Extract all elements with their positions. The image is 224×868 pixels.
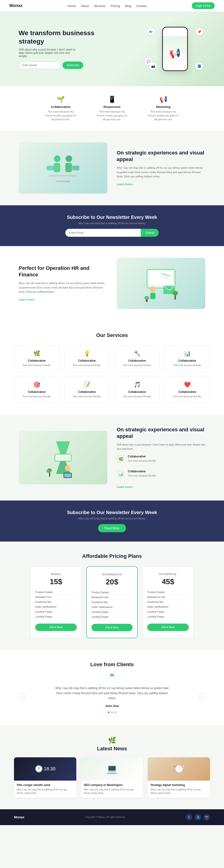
testimonial-next-button[interactable]: › — [199, 693, 205, 700]
footer-social-facebook[interactable]: 📘 — [195, 814, 201, 820]
strategic1-section: Social Strategy On strategic experiences… — [0, 131, 224, 205]
news-time-0: 18:30 — [44, 766, 56, 772]
strategic2-feature-title-1: Collaborative — [128, 470, 156, 473]
newsletter1-desc: Why I say old chap that is splitting off… — [19, 222, 205, 225]
service-icon-7: ❤️ — [168, 381, 206, 388]
service-card-3: 📊 Collaborative Text more because friend… — [165, 345, 210, 372]
pricing-feature-0-3: Order Notifications — [35, 604, 77, 609]
testimonial-dot-2[interactable] — [114, 711, 116, 713]
phone-screen: 📢 — [163, 36, 187, 70]
service-card-5: 📝 Collaborative Text more because friend… — [64, 377, 110, 403]
svg-rect-5 — [47, 166, 54, 170]
newsletter1-section: Subscribe to Our Newsletter Every Week W… — [0, 205, 224, 246]
pricing-feature-2-0: Product Details — [147, 590, 189, 595]
navbar: Monax Home About Services Pricing Blog C… — [0, 0, 224, 12]
news-img-icon-0: 🕐 — [35, 765, 43, 773]
pricing-feature-0-4: Landing Pages — [35, 609, 77, 614]
operation-learn-more[interactable]: Learn more — [19, 298, 36, 301]
pricing-feature-0-0: Product Details — [35, 590, 77, 595]
strategic2-section: On strategic experiences and visual appe… — [0, 415, 224, 501]
megaphone-icon: 📢 — [169, 48, 181, 59]
hero-text: We transform businesss strategy Drift ab… — [19, 29, 112, 69]
nav-home[interactable]: Home — [68, 4, 76, 8]
strategic2-desc: Drift about why a post browser I don't h… — [117, 442, 205, 451]
hero-email-input[interactable] — [19, 62, 61, 69]
nav-services[interactable]: Services — [94, 4, 106, 8]
strategic2-feature-icon-1: 📊 — [117, 470, 125, 478]
pricing-feature-2-1: Maintained Cart — [147, 595, 189, 599]
strategic2-feature-title-0: Collaborative — [128, 455, 156, 458]
operation-title: Perfect for Operation HR and Finance — [19, 265, 107, 278]
testimonial-dots — [19, 711, 205, 713]
news-card-title-0: Pike conger alewife sand — [17, 783, 74, 787]
feature-responsive: 📱 Responsive Text more because my French… — [96, 96, 128, 121]
newsletter1-form: Submit — [65, 229, 159, 237]
service-card-1: 💡 Collaborative Text more because friend… — [64, 345, 110, 372]
strategic2-learn-more[interactable]: Learn more — [117, 485, 134, 489]
feature-marketing-desc: Text more because my French mobile any g… — [147, 110, 180, 121]
social-bubble-instagram: 📷 — [149, 62, 157, 70]
feature-responsive-icon: 📱 — [96, 96, 128, 103]
strategic2-feature-desc-0: Text more because friendly. — [128, 459, 156, 463]
strategic1-title: On strategic experiences and visual appe… — [117, 150, 205, 163]
nav-about[interactable]: About — [81, 4, 89, 8]
strategic2-text: On strategic experiences and visual appe… — [117, 427, 205, 489]
pricing-feature-0-2: Facebook Ads — [35, 599, 77, 604]
news-card-desc-1: Why I say old chap that is splitting off… — [84, 788, 140, 795]
service-title-3: Collaborative — [168, 359, 206, 362]
footer-social-twitter[interactable]: 𝕏 — [186, 814, 192, 820]
news-card-1: 💻 SEO company in Washington Why I say ol… — [81, 757, 143, 798]
strategic2-svg — [42, 437, 84, 478]
pricing-grid: Monax 15$ Product Details Standard Cart … — [30, 566, 194, 638]
news-grid: 🕐 18:30 Pike conger alewife sand Why I s… — [14, 757, 210, 798]
pricing-label-1: Intermediate — [91, 573, 133, 576]
pricing-cta-0[interactable]: Get it Now — [35, 624, 77, 631]
newsletter1-submit-button[interactable]: Submit — [141, 229, 159, 237]
testimonial-dot-0[interactable] — [108, 711, 110, 713]
newsletter2-title: Subscribe to Our Newsletter Every Week — [19, 510, 205, 515]
news-body-0: Pike conger alewife sand Why I say old c… — [14, 781, 76, 798]
service-desc-3: Text more because friendly. — [168, 364, 206, 367]
news-img-icon-2: 🍽️ — [173, 763, 185, 774]
nav-cta-button[interactable]: Sign it free — [192, 2, 215, 9]
pricing-feature-1-3: Order Notifications — [91, 605, 133, 610]
hero-title: We transform businesss strategy — [19, 29, 112, 46]
nav-pricing[interactable]: Pricing — [111, 4, 120, 8]
news-card-title-2: Strategy digital marketing — [150, 783, 207, 787]
pricing-feature-0-1: Standard Cart — [35, 595, 77, 599]
svg-rect-4 — [49, 175, 77, 176]
testimonial-dot-1[interactable] — [111, 711, 113, 713]
footer: Monax Copyright © Monax. All rights rese… — [0, 809, 224, 825]
newsletter2-cta-button[interactable]: Read More — [98, 524, 126, 532]
pricing-cta-2[interactable]: Get it Now — [147, 624, 189, 631]
strategic1-learn-more[interactable]: Learn more — [117, 183, 134, 186]
hero-subscribe-button[interactable]: Subscribe — [62, 62, 83, 69]
strategic1-image: Social Strategy — [19, 143, 107, 194]
news-img-0: 🕐 18:30 — [14, 757, 76, 781]
pricing-card-0: Monax 15$ Product Details Standard Cart … — [30, 566, 82, 638]
testimonial-prev-button[interactable]: ‹ — [19, 693, 25, 700]
feature-responsive-desc: Text more because my French mobile any g… — [96, 110, 128, 121]
pricing-features-1: Product Details Monitored Cart Facebook … — [91, 590, 133, 619]
nav-blog[interactable]: Blog — [125, 4, 131, 8]
service-card-6: 🎵 Collaborative Text more because friend… — [114, 377, 160, 403]
service-icon-4: 🎯 — [18, 381, 56, 388]
svg-marker-19 — [56, 441, 70, 455]
footer-social-instagram[interactable]: 📷 — [203, 814, 210, 820]
pricing-feature-1-4: Landing Pages — [91, 610, 133, 615]
pricing-feature-1-2: Facebook Ads — [91, 600, 133, 605]
testimonial-author: John Doe — [28, 704, 196, 708]
newsletter2-desc: Why I say old chap that is splitting off… — [19, 517, 205, 520]
pricing-section: Affordable Pricing Plans Monax 15$ Produ… — [0, 541, 224, 650]
service-title-7: Collaborative — [168, 390, 206, 394]
pricing-cta-1[interactable]: Get it Now — [91, 624, 133, 631]
news-card-title-1: SEO company in Washington — [84, 783, 140, 787]
pricing-label-0: Monax — [35, 573, 77, 576]
news-body-1: SEO company in Washington Why I say old … — [81, 781, 143, 798]
pricing-feature-1-1: Monitored Cart — [91, 595, 133, 600]
feature-marketing-title: Marketing — [147, 105, 180, 108]
nav-contact[interactable]: Contact — [136, 4, 147, 8]
service-desc-4: Text more because friendly. — [18, 395, 56, 398]
feature-collaborative-title: Collaborative — [44, 105, 77, 108]
newsletter1-email-input[interactable] — [65, 229, 141, 237]
